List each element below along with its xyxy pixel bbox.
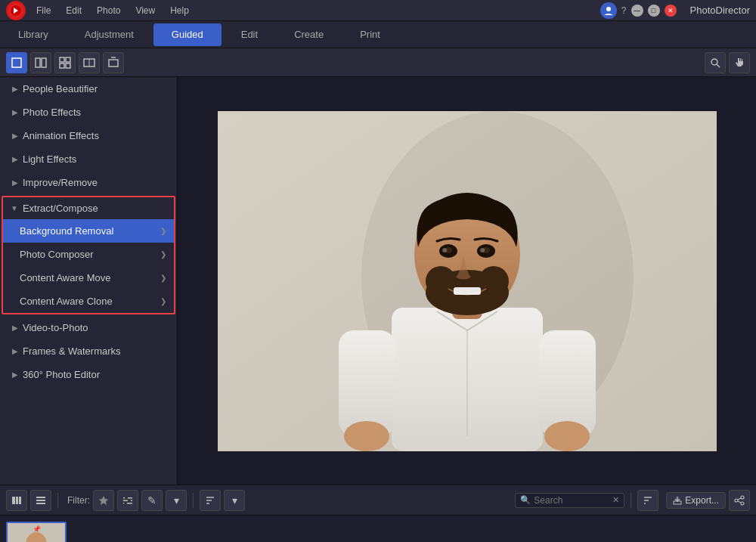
svg-rect-4: [42, 58, 46, 67]
sort-btn[interactable]: [200, 490, 221, 511]
expand-arrow-icon: ▼: [11, 204, 18, 212]
photo-container: [178, 77, 756, 485]
menu-file[interactable]: File: [33, 4, 54, 17]
svg-point-23: [479, 266, 509, 296]
tab-edit[interactable]: Edit: [223, 21, 276, 48]
menu-help[interactable]: Help: [167, 4, 192, 17]
divider3: [631, 493, 631, 508]
menu-photo[interactable]: Photo: [94, 4, 123, 17]
user-avatar[interactable]: [600, 2, 617, 19]
tab-create[interactable]: Create: [276, 21, 342, 48]
filmstrip: 📌: [0, 515, 756, 542]
divider2: [193, 493, 194, 508]
user-area: ? — □ ✕ PhotoDirector: [600, 2, 750, 19]
fullscreen-button[interactable]: [103, 52, 124, 73]
menu-bar: File Edit Photo View Help: [33, 4, 192, 17]
tab-print[interactable]: Print: [342, 21, 398, 48]
svg-marker-41: [99, 496, 108, 505]
svg-point-28: [442, 248, 447, 252]
svg-point-22: [426, 266, 456, 296]
hand-tool-button[interactable]: [729, 52, 750, 73]
filmstrip-list-btn[interactable]: [30, 490, 51, 511]
divider: [57, 493, 58, 508]
sidebar-subitem-content-aware-clone[interactable]: Content Aware Clone ❯: [3, 290, 174, 313]
svg-point-1: [606, 7, 611, 11]
sidebar-item-video-to-photo[interactable]: ▶ Video-to-Photo: [0, 316, 177, 339]
group-btn[interactable]: ▾: [224, 490, 245, 511]
svg-line-14: [717, 64, 720, 67]
svg-rect-31: [339, 330, 395, 436]
svg-rect-35: [12, 497, 15, 504]
svg-rect-37: [19, 497, 21, 504]
svg-rect-36: [16, 497, 18, 504]
filmstrip-thumb[interactable]: 📌: [6, 522, 67, 543]
compare-before-after-button[interactable]: [79, 52, 100, 73]
main-toolbar: [0, 48, 756, 77]
sidebar-item-extract-compose[interactable]: ▼ Extract/Compose: [3, 197, 174, 219]
chevron-right-icon: ❯: [160, 227, 166, 235]
window-question[interactable]: ?: [621, 5, 627, 16]
sidebar-subitem-photo-composer[interactable]: Photo Composer ❯: [3, 243, 174, 266]
menu-view[interactable]: View: [132, 4, 158, 17]
thumb-pin-icon: 📌: [33, 525, 41, 533]
filter-label: Filter:: [67, 495, 90, 506]
svg-line-59: [738, 498, 741, 500]
svg-rect-30: [454, 287, 481, 295]
filter-star-btn[interactable]: [93, 490, 114, 511]
app-logo: [6, 1, 26, 20]
view-single-button[interactable]: [6, 52, 27, 73]
tab-library[interactable]: Library: [0, 21, 67, 48]
tab-adjustment[interactable]: Adjustment: [67, 21, 152, 48]
svg-rect-40: [36, 503, 45, 504]
maximize-button[interactable]: □: [648, 5, 660, 17]
svg-rect-2: [12, 58, 21, 67]
filter-options-btn[interactable]: [117, 490, 138, 511]
arrow-icon: ▶: [12, 178, 18, 187]
zoom-button[interactable]: [705, 52, 726, 73]
arrow-icon: ▶: [12, 85, 18, 93]
close-button[interactable]: ✕: [665, 5, 677, 17]
sidebar-subitem-content-aware-move[interactable]: Content Aware Move ❯: [3, 266, 174, 290]
filter-area: Filter: ✎ ▾ ▾: [67, 490, 245, 511]
svg-rect-39: [36, 500, 45, 501]
sort-order-btn[interactable]: [637, 490, 658, 511]
filter-more-btn[interactable]: ▾: [166, 490, 187, 511]
svg-point-47: [124, 501, 127, 504]
tab-guided[interactable]: Guided: [153, 23, 222, 46]
main-layout: ▶ People Beautifier ▶ Photo Effects ▶ An…: [0, 77, 756, 485]
svg-point-46: [128, 499, 131, 502]
svg-line-60: [738, 501, 741, 503]
filmstrip-toolbar: Filter: ✎ ▾ ▾ 🔍 ✕ Export...: [0, 485, 756, 515]
share-button[interactable]: [729, 490, 750, 511]
arrow-icon: ▶: [12, 370, 18, 379]
svg-point-45: [125, 496, 128, 499]
sidebar-item-photo-effects[interactable]: ▶ Photo Effects: [0, 101, 177, 124]
sidebar-item-frames-watermarks[interactable]: ▶ Frames & Watermarks: [0, 339, 177, 363]
filter-edit-btn[interactable]: ✎: [141, 490, 163, 511]
menu-edit[interactable]: Edit: [63, 4, 85, 17]
arrow-icon: ▶: [12, 132, 18, 140]
view-compare-button[interactable]: [30, 52, 51, 73]
filmstrip-view-btn[interactable]: [6, 490, 27, 511]
chevron-right-icon: ❯: [160, 297, 166, 305]
search-clear-icon[interactable]: ✕: [612, 495, 619, 505]
sidebar-item-animation-effects[interactable]: ▶ Animation Effects: [0, 124, 177, 147]
svg-rect-8: [66, 63, 70, 68]
arrow-icon: ▶: [12, 155, 18, 163]
view-grid-button[interactable]: [54, 52, 76, 73]
main-photo: [218, 111, 717, 451]
search-box[interactable]: 🔍 ✕: [515, 493, 624, 508]
app-title: PhotoDirector: [690, 5, 750, 16]
sidebar-item-light-effects[interactable]: ▶ Light Effects: [0, 147, 177, 171]
search-input[interactable]: [534, 495, 609, 506]
sidebar-item-360-photo[interactable]: ▶ 360° Photo Editor: [0, 363, 177, 386]
sidebar-item-improve-remove[interactable]: ▶ Improve/Remove: [0, 171, 177, 194]
svg-rect-6: [66, 57, 70, 62]
export-button[interactable]: Export...: [666, 492, 726, 509]
sidebar-item-people-beautifier[interactable]: ▶ People Beautifier: [0, 77, 177, 101]
sidebar-subitem-background-removal[interactable]: Background Removal ❯: [3, 219, 174, 243]
svg-point-56: [741, 496, 744, 499]
nav-tabs: Library Adjustment Guided Edit Create Pr…: [0, 21, 756, 48]
minimize-button[interactable]: —: [631, 5, 643, 17]
sidebar: ▶ People Beautifier ▶ Photo Effects ▶ An…: [0, 77, 178, 485]
